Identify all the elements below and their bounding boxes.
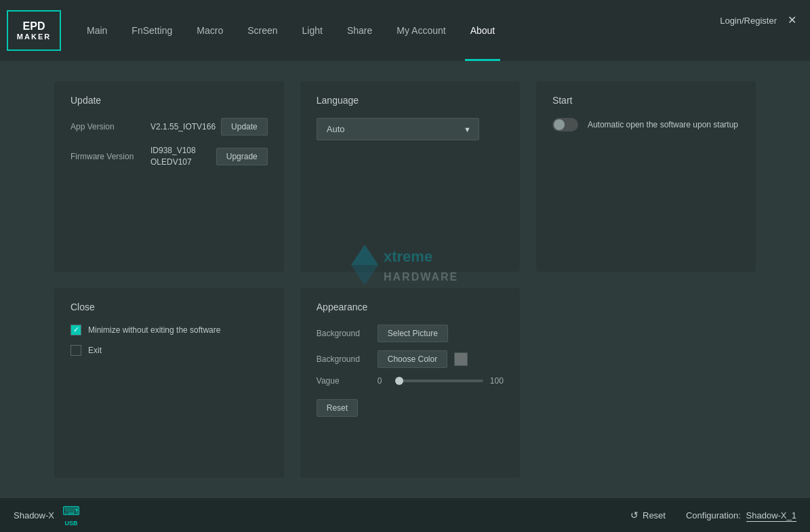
language-card: Language Auto English Chinese Japanese K…: [300, 81, 520, 272]
firmware-version-label: Firmware Version: [70, 152, 145, 161]
usb-icon: ⌨: [62, 504, 80, 518]
start-card: Start Automatic open the software upon s…: [536, 81, 756, 272]
close-card: Close ✓ Minimize without exiting the sof…: [54, 288, 284, 478]
exit-checkbox-row: Exit: [70, 345, 268, 356]
usb-icon-container: ⌨ USB: [62, 504, 80, 527]
close-button[interactable]: ✕: [788, 15, 796, 26]
auto-start-toggle[interactable]: [552, 118, 578, 131]
logo: EPD MAKER: [7, 10, 61, 51]
device-name: Shadow-X: [14, 510, 54, 520]
minimize-checkbox[interactable]: ✓: [70, 325, 81, 335]
empty-slot: [536, 288, 756, 478]
minimize-label: Minimize without exiting the software: [88, 325, 220, 335]
color-swatch[interactable]: [454, 352, 468, 366]
upgrade-button[interactable]: Upgrade: [216, 148, 268, 165]
reset-icon: ↺: [630, 510, 639, 520]
background-picture-row: Background Select Picture: [317, 325, 504, 342]
auto-start-toggle-row: Automatic open the software upon startup: [552, 118, 740, 131]
update-app-row: App Version V2.1.55_IOTV166 Update: [70, 118, 268, 136]
appearance-reset-button[interactable]: Reset: [317, 399, 358, 417]
auto-start-label: Automatic open the software upon startup: [588, 120, 738, 129]
vague-slider-track: [395, 380, 483, 382]
nav-items: Main FnSetting Macro Screen Light Share …: [75, 0, 720, 61]
statusbar: Shadow-X ⌨ USB ↺ Reset Configuration: Sh…: [0, 498, 810, 532]
nav-light[interactable]: Light: [290, 0, 335, 61]
main-content: Update App Version V2.1.55_IOTV166 Updat…: [0, 61, 810, 498]
close-card-title: Close: [70, 302, 268, 312]
nav-main[interactable]: Main: [75, 0, 119, 61]
toggle-knob: [554, 119, 565, 130]
exit-checkbox[interactable]: [70, 345, 81, 356]
nav-myaccount[interactable]: My Account: [384, 0, 458, 61]
choose-color-button[interactable]: Choose Color: [378, 350, 447, 368]
vague-min: 0: [378, 376, 388, 386]
nav-about[interactable]: About: [458, 0, 508, 61]
nav-fnsetting[interactable]: FnSetting: [119, 0, 184, 61]
appearance-card: Appearance Background Select Picture Bac…: [300, 288, 520, 478]
exit-label: Exit: [88, 346, 102, 355]
firmware-version-value: ID938_V108 OLEDV107: [150, 145, 211, 168]
nav-screen[interactable]: Screen: [235, 0, 289, 61]
logo-maker: MAKER: [17, 33, 51, 41]
vague-row: Vague 0 100: [317, 376, 504, 386]
navbar: EPD MAKER Main FnSetting Macro Screen Li…: [0, 0, 810, 61]
status-device: Shadow-X ⌨ USB: [14, 504, 80, 527]
start-card-title: Start: [552, 95, 740, 106]
update-button[interactable]: Update: [221, 118, 268, 136]
language-select[interactable]: Auto English Chinese Japanese Korean Ger…: [317, 118, 479, 140]
nav-macro[interactable]: Macro: [184, 0, 235, 61]
background-picture-label: Background: [317, 329, 371, 338]
background-color-label: Background: [317, 354, 371, 364]
minimize-checkbox-row: ✓ Minimize without exiting the software: [70, 325, 268, 335]
app-version-value: V2.1.55_IOTV166: [150, 121, 216, 133]
statusbar-reset-button[interactable]: ↺ Reset: [630, 510, 666, 520]
background-color-row: Background Choose Color: [317, 350, 504, 368]
status-right: ↺ Reset Configuration: Shadow-X_1: [630, 510, 796, 520]
nav-share[interactable]: Share: [335, 0, 384, 61]
vague-slider-container: [395, 380, 483, 382]
reset-label: Reset: [643, 510, 666, 520]
appearance-card-title: Appearance: [317, 302, 504, 312]
language-card-title: Language: [317, 95, 504, 106]
update-card: Update App Version V2.1.55_IOTV166 Updat…: [54, 81, 284, 272]
select-picture-button[interactable]: Select Picture: [378, 325, 448, 342]
logo-epd: EPD: [17, 20, 51, 33]
vague-label: Vague: [317, 376, 371, 386]
nav-right: Login/Register ✕: [720, 15, 810, 46]
config-label: Configuration: Shadow-X_1: [686, 510, 796, 520]
update-card-title: Update: [70, 95, 268, 106]
vague-slider-thumb[interactable]: [395, 377, 403, 385]
config-value: Shadow-X_1: [746, 510, 796, 522]
checkmark-icon: ✓: [73, 325, 79, 334]
login-register-link[interactable]: Login/Register: [720, 16, 777, 26]
language-select-wrapper: Auto English Chinese Japanese Korean Ger…: [317, 118, 479, 140]
update-firmware-row: Firmware Version ID938_V108 OLEDV107 Upg…: [70, 145, 268, 168]
app-version-label: App Version: [70, 122, 145, 131]
vague-max: 100: [490, 376, 504, 386]
usb-label: USB: [64, 520, 77, 527]
